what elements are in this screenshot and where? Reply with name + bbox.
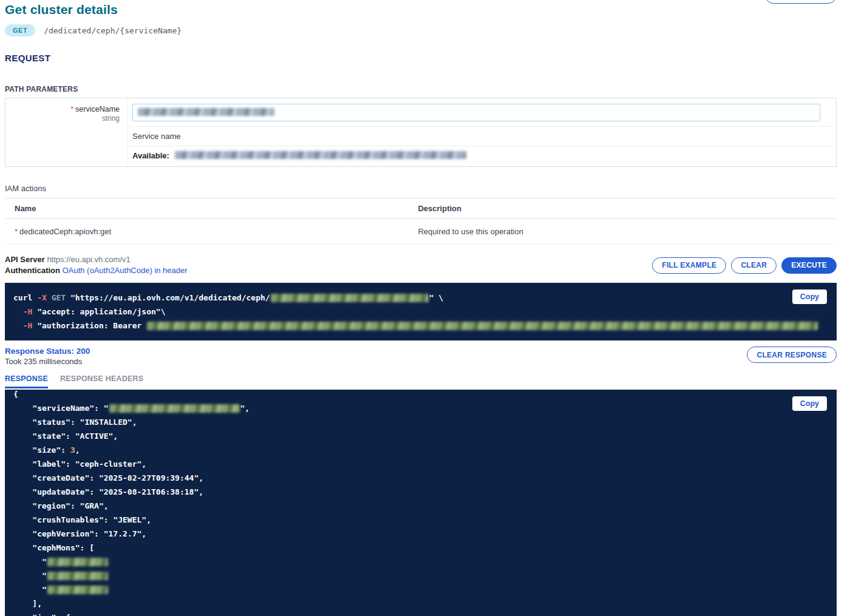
code-token: " \ xyxy=(429,293,443,302)
execute-row: API Server https://eu.api.vh.com/v1 Auth… xyxy=(5,254,837,276)
redacted-text xyxy=(47,586,108,594)
api-server-line: API Server https://eu.api.vh.com/v1 xyxy=(5,254,188,265)
endpoint-row: GET /dedicated/ceph/{serviceName} xyxy=(5,24,837,36)
code-line: "cephMons": [ xyxy=(13,541,828,555)
redacted-text xyxy=(47,558,108,566)
param-name-line: *serviceName xyxy=(13,105,120,113)
code-token: "updateDate": "2025-08-21T06:38:18", xyxy=(13,487,203,496)
code-token: , xyxy=(75,445,80,455)
code-line: -H "authorization: Bearer xyxy=(13,319,828,333)
tab-response[interactable]: RESPONSE xyxy=(5,374,48,388)
iam-col-name: Name xyxy=(5,198,408,219)
copy-curl-button[interactable]: Copy xyxy=(792,289,827,304)
iam-row: *dedicatedCeph:apiovh:get Required to us… xyxy=(5,219,837,245)
response-status: Response Status: 200 xyxy=(5,347,90,356)
code-token xyxy=(13,321,23,330)
iam-header-row: Name Description xyxy=(5,198,837,219)
code-line: "serviceName": "", xyxy=(13,401,828,415)
page-title: Get cluster details xyxy=(5,2,837,17)
code-line: "updateDate": "2025-08-21T06:38:18", xyxy=(13,485,828,499)
api-console-page: Get cluster details GET /dedicated/ceph/… xyxy=(0,0,850,616)
response-code: { "serviceName": "", "status": "INSTALLE… xyxy=(13,390,828,616)
redacted-text xyxy=(271,294,429,302)
param-type: string xyxy=(13,114,120,123)
code-token: "size": xyxy=(13,445,70,455)
code-token: "authorization: Bearer xyxy=(37,321,146,330)
code-token: "accept: application/json"\ xyxy=(37,307,165,316)
code-token: "status": "INSTALLED", xyxy=(13,418,137,427)
code-line: "cephVersion": "17.2.7", xyxy=(13,527,828,541)
iam-required-asterisk: * xyxy=(15,227,18,236)
oauth-link[interactable]: OAuth (oAuth2AuthCode) in header xyxy=(63,266,188,275)
code-line: "crushTunables": "JEWEL", xyxy=(13,513,828,527)
code-line: ], xyxy=(13,597,828,611)
serviceName-input[interactable] xyxy=(132,104,820,121)
code-line: curl -X GET "https://eu.api.ovh.com/v1/d… xyxy=(13,291,828,305)
curl-code-block: Copy curl -X GET "https://eu.api.ovh.com… xyxy=(5,283,837,340)
redacted-text xyxy=(147,322,818,330)
api-server-label: API Server xyxy=(5,255,45,264)
code-token: { xyxy=(13,390,18,399)
iam-actions-title: IAM actions xyxy=(5,184,837,193)
code-token: " xyxy=(13,557,47,566)
available-label: Available: xyxy=(132,151,169,160)
authentication-line: Authentication OAuth (oAuth2AuthCode) in… xyxy=(5,265,188,276)
top-right-cutoff-button[interactable] xyxy=(765,0,837,4)
path-parameters-box: *serviceName string Service name Availab… xyxy=(5,98,837,167)
response-code-block: Copy { "serviceName": "", "status": "INS… xyxy=(5,390,837,616)
clear-button[interactable]: CLEAR xyxy=(731,257,777,274)
code-token xyxy=(13,307,23,316)
param-available-row: Available: xyxy=(127,146,836,166)
code-token: "label": "ceph-cluster", xyxy=(13,459,146,469)
code-token: -H xyxy=(23,321,37,330)
code-token: " xyxy=(13,571,47,580)
code-token: curl xyxy=(13,293,37,302)
code-line: "status": "INSTALLED", xyxy=(13,415,828,429)
code-token: "crushTunables": "JEWEL", xyxy=(13,515,151,524)
code-line: "createDate": "2025-02-27T09:39:44", xyxy=(13,471,828,485)
authentication-label: Authentication xyxy=(5,266,60,275)
iam-col-description: Description xyxy=(408,198,837,219)
code-token: "iam": { xyxy=(13,613,70,616)
code-line: "region": "GRA", xyxy=(13,499,828,513)
code-token: -X xyxy=(37,293,51,302)
code-line: " xyxy=(13,555,828,569)
server-info: API Server https://eu.api.vh.com/v1 Auth… xyxy=(5,254,188,276)
fill-example-button[interactable]: FILL EXAMPLE xyxy=(652,257,726,274)
code-token: "serviceName": " xyxy=(13,404,109,413)
param-description: Service name xyxy=(127,126,836,146)
code-token: "https://eu.api.ovh.com/v1/dedicated/cep… xyxy=(70,293,270,302)
execute-buttons: FILL EXAMPLE CLEAR EXECUTE xyxy=(652,257,837,274)
copy-response-button[interactable]: Copy xyxy=(792,396,827,411)
required-asterisk: * xyxy=(70,105,73,113)
http-method-badge: GET xyxy=(5,24,35,36)
code-line: -H "accept: application/json"\ xyxy=(13,305,828,319)
code-line: "label": "ceph-cluster", xyxy=(13,457,828,471)
param-name: serviceName xyxy=(75,105,120,113)
response-tabs: RESPONSE RESPONSE HEADERS xyxy=(5,374,837,388)
redacted-input-value xyxy=(138,108,274,116)
response-time: Took 235 milliseconds xyxy=(5,357,90,366)
response-status-texts: Response Status: 200 Took 235 millisecon… xyxy=(5,347,90,366)
code-token: GET xyxy=(52,293,70,302)
code-token: "cephMons": [ xyxy=(13,543,94,552)
redacted-text xyxy=(47,572,108,580)
code-line: "state": "ACTIVE", xyxy=(13,429,828,443)
code-token: 3 xyxy=(70,445,75,455)
code-line: "size": 3, xyxy=(13,443,828,457)
iam-action-name: *dedicatedCeph:apiovh:get xyxy=(5,219,408,245)
code-line: "iam": { xyxy=(13,611,828,616)
tab-response-headers[interactable]: RESPONSE HEADERS xyxy=(60,374,143,388)
iam-action-name-text: dedicatedCeph:apiovh:get xyxy=(19,227,111,236)
code-token: "state": "ACTIVE", xyxy=(13,432,118,441)
redacted-text xyxy=(109,404,240,413)
request-section-title: REQUEST xyxy=(5,53,837,63)
param-input-row xyxy=(127,98,836,126)
response-status-row: Response Status: 200 Took 235 millisecon… xyxy=(5,347,837,366)
code-token: "region": "GRA", xyxy=(13,501,109,510)
redacted-available-values xyxy=(175,151,466,159)
endpoint-path: /dedicated/ceph/{serviceName} xyxy=(44,26,182,35)
param-value-cell: Service name Available: xyxy=(127,98,836,166)
execute-button[interactable]: EXECUTE xyxy=(781,257,837,274)
clear-response-button[interactable]: CLEAR RESPONSE xyxy=(747,347,837,363)
